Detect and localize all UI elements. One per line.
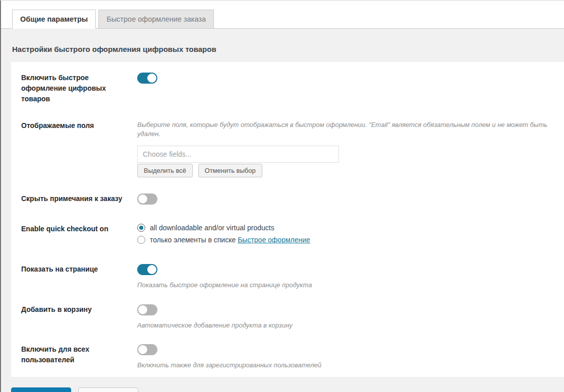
footer-actions: Save Changes Reset Defaults xyxy=(0,377,564,392)
tab-bar: Общие параметры Быстрое оформление заказ… xyxy=(0,1,564,29)
setting-row-add-to-cart: Добавить в корзину Автоматическое добавл… xyxy=(21,304,554,330)
setting-label-enable-on: Enable quick checkout on xyxy=(21,224,137,248)
setting-row-hide-notes: Скрыть примечания к заказу xyxy=(21,193,554,207)
setting-label-add-to-cart: Добавить в корзину xyxy=(21,304,137,330)
setting-row-enable-on: Enable quick checkout on all downloadabl… xyxy=(21,224,554,248)
add-to-cart-toggle[interactable] xyxy=(137,304,157,315)
radio-option-all-products: all downloadable and/or virtual products xyxy=(137,224,554,232)
setting-label-enable: Включить быстрое оформление цифровых тов… xyxy=(21,73,137,104)
setting-row-all-users: Включить для всех пользователей Включить… xyxy=(21,344,554,370)
radio-list-only[interactable] xyxy=(137,236,145,244)
radio-list-only-label: только элементы в списке xyxy=(150,236,236,244)
reset-defaults-button[interactable]: Reset Defaults xyxy=(78,387,138,392)
hide-order-notes-toggle[interactable] xyxy=(137,193,157,205)
toggle-knob xyxy=(138,305,147,314)
all-users-toggle[interactable] xyxy=(137,344,157,355)
show-on-page-toggle[interactable] xyxy=(137,264,157,275)
enable-quick-checkout-toggle[interactable] xyxy=(137,73,157,84)
page-title: Настройки быстрого оформления цифровых т… xyxy=(0,29,564,53)
setting-row-fields: Отображаемые поля Выберите поля, которые… xyxy=(21,120,554,177)
radio-all-products[interactable] xyxy=(137,224,145,232)
setting-label-fields: Отображаемые поля xyxy=(21,120,137,177)
toggle-knob xyxy=(147,74,156,83)
toggle-knob xyxy=(147,265,156,274)
setting-label-all-users: Включить для всех пользователей xyxy=(21,344,137,370)
toggle-knob xyxy=(138,345,147,354)
save-changes-button[interactable]: Save Changes xyxy=(11,387,71,392)
toggle-knob xyxy=(138,194,147,204)
tab-quick-checkout[interactable]: Быстрое оформление заказа xyxy=(98,10,214,29)
show-on-page-description: Показать быстрое оформление на странице … xyxy=(137,281,554,290)
all-users-description: Включить также для зарегистрированных по… xyxy=(137,361,554,370)
choose-fields-input[interactable] xyxy=(137,146,339,163)
add-to-cart-description: Автоматическое добавление продукта в кор… xyxy=(137,321,554,330)
setting-label-show-on-page: Показать на странице xyxy=(21,264,137,290)
radio-option-list-only: только элементы в списке Быстрое оформле… xyxy=(137,236,554,244)
radio-all-products-label: all downloadable and/or virtual products xyxy=(150,224,274,232)
radio-dot xyxy=(139,226,143,230)
setting-label-hide-notes: Скрыть примечания к заказу xyxy=(21,193,137,207)
setting-row-show-on-page: Показать на странице Показать быстрое оф… xyxy=(21,264,554,290)
settings-panel: Включить быстрое оформление цифровых тов… xyxy=(11,62,564,377)
deselect-button[interactable]: Отменить выбор xyxy=(198,164,262,177)
quick-checkout-list-link[interactable]: Быстрое оформление xyxy=(238,236,310,244)
tab-general-settings[interactable]: Общие параметры xyxy=(12,10,96,29)
setting-row-enable: Включить быстрое оформление цифровых тов… xyxy=(21,73,554,104)
select-all-button[interactable]: Выделить всё xyxy=(137,164,193,177)
fields-description: Выберите поля, которые будут отображатьс… xyxy=(137,120,554,139)
